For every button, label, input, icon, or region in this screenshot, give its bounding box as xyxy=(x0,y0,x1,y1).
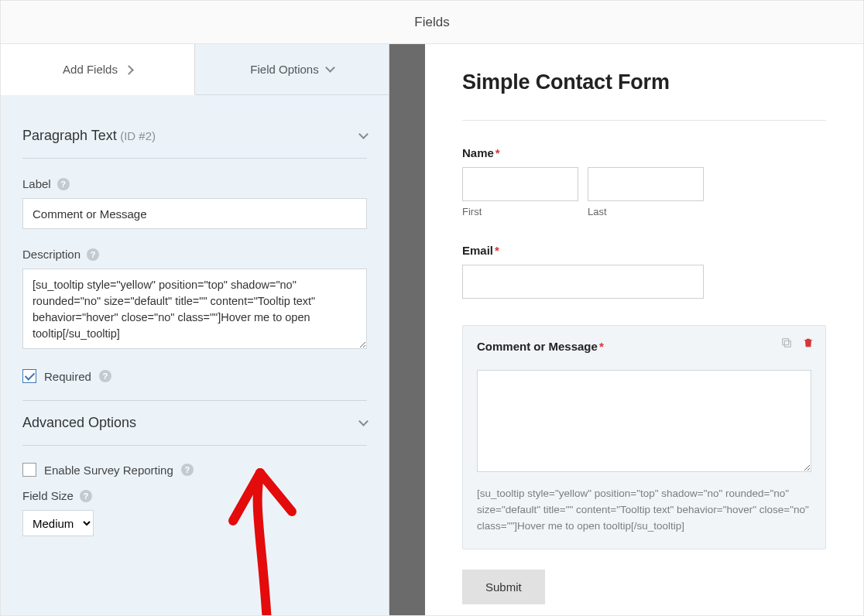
section-id: (ID #2) xyxy=(120,129,156,142)
last-name-input[interactable] xyxy=(588,167,704,201)
collapse-icon xyxy=(360,416,367,430)
survey-checkbox[interactable] xyxy=(22,463,36,477)
chevron-right-icon xyxy=(125,63,132,76)
comment-textarea[interactable] xyxy=(477,370,811,472)
label-label: Label xyxy=(22,177,51,190)
required-asterisk: * xyxy=(599,340,604,353)
page-header: Fields xyxy=(1,1,863,44)
required-asterisk: * xyxy=(495,146,500,159)
help-icon[interactable]: ? xyxy=(181,464,194,476)
tab-field-options[interactable]: Field Options xyxy=(195,44,389,95)
fieldsize-label: Field Size xyxy=(22,489,74,502)
required-label: Required xyxy=(44,370,91,383)
field-comment-selected[interactable]: Comment or Message* [su_tooltip style="y… xyxy=(462,325,826,549)
help-icon[interactable]: ? xyxy=(80,490,92,502)
svg-rect-1 xyxy=(783,339,789,345)
required-checkbox[interactable] xyxy=(22,369,36,383)
section-advanced-options[interactable]: Advanced Options xyxy=(22,401,367,446)
chevron-down-icon xyxy=(327,63,334,76)
section-paragraph-text[interactable]: Paragraph Text (ID #2) xyxy=(22,114,367,159)
last-sublabel: Last xyxy=(588,206,704,217)
help-icon[interactable]: ? xyxy=(99,370,111,382)
required-asterisk: * xyxy=(495,244,499,257)
survey-label: Enable Survey Reporting xyxy=(44,464,173,477)
separator xyxy=(462,120,826,121)
section-title: Paragraph Text xyxy=(22,128,117,143)
submit-button[interactable]: Submit xyxy=(462,570,545,604)
label-input[interactable] xyxy=(22,198,367,229)
collapse-icon xyxy=(360,129,367,143)
help-icon[interactable]: ? xyxy=(57,178,70,190)
help-icon[interactable]: ? xyxy=(87,248,99,261)
field-email[interactable]: Email* xyxy=(462,244,826,299)
form-preview: Simple Contact Form Name* First Last xyxy=(425,44,863,615)
first-name-input[interactable] xyxy=(462,167,578,201)
description-textarea[interactable]: [su_tooltip style="yellow" position="top… xyxy=(22,269,367,349)
description-preview: [su_tooltip style="yellow" position="top… xyxy=(477,486,811,535)
tab-add-fields[interactable]: Add Fields xyxy=(1,44,195,95)
svg-rect-0 xyxy=(784,341,790,347)
header-title: Fields xyxy=(414,15,449,30)
trash-icon[interactable] xyxy=(802,337,814,352)
email-input[interactable] xyxy=(462,265,704,299)
field-name[interactable]: Name* First Last xyxy=(462,146,826,217)
panel-divider[interactable] xyxy=(389,44,425,615)
duplicate-icon[interactable] xyxy=(780,337,793,352)
sidebar: Add Fields Field Options Paragraph Text … xyxy=(1,44,389,615)
form-title: Simple Contact Form xyxy=(462,70,826,94)
fieldsize-select[interactable]: Medium xyxy=(22,510,94,536)
first-sublabel: First xyxy=(462,206,578,217)
description-label: Description xyxy=(22,248,81,261)
